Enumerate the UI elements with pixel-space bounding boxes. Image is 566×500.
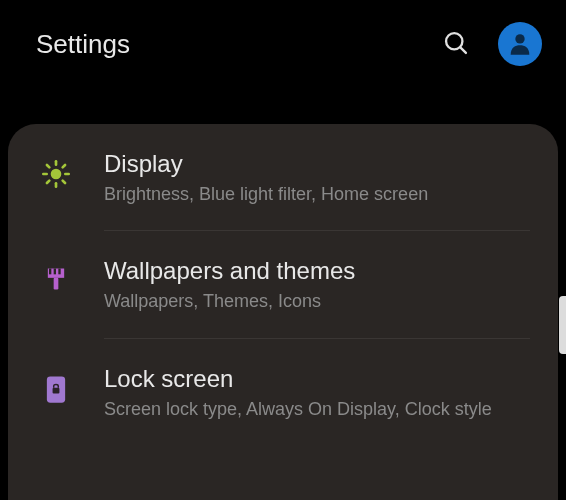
search-button[interactable]: [438, 25, 474, 64]
item-title: Lock screen: [104, 365, 530, 393]
header-bar: Settings: [0, 0, 566, 88]
svg-rect-18: [53, 387, 60, 393]
scroll-indicator[interactable]: [559, 296, 566, 354]
settings-item-lockscreen[interactable]: Lock screen Screen lock type, Always On …: [8, 339, 558, 445]
svg-line-11: [63, 165, 65, 167]
icon-slot: [36, 150, 76, 194]
svg-point-3: [51, 169, 62, 180]
text-slot: Display Brightness, Blue light filter, H…: [104, 150, 530, 206]
svg-line-8: [47, 165, 49, 167]
item-subtitle: Wallpapers, Themes, Icons: [104, 289, 530, 313]
item-subtitle: Screen lock type, Always On Display, Clo…: [104, 397, 530, 421]
search-icon: [442, 29, 470, 60]
icon-slot: [36, 257, 76, 297]
settings-card: Display Brightness, Blue light filter, H…: [8, 124, 558, 500]
svg-rect-14: [54, 269, 56, 275]
svg-rect-15: [58, 269, 60, 275]
item-subtitle: Brightness, Blue light filter, Home scre…: [104, 182, 530, 206]
header-actions: [438, 22, 542, 66]
settings-item-wallpapers[interactable]: Wallpapers and themes Wallpapers, Themes…: [8, 231, 558, 337]
item-title: Wallpapers and themes: [104, 257, 530, 285]
text-slot: Lock screen Screen lock type, Always On …: [104, 365, 530, 421]
svg-line-10: [47, 181, 49, 183]
brightness-icon: [40, 158, 72, 194]
lock-icon: [42, 373, 70, 409]
svg-rect-16: [54, 278, 59, 290]
page-title: Settings: [36, 29, 130, 60]
account-button[interactable]: [498, 22, 542, 66]
item-title: Display: [104, 150, 530, 178]
svg-point-2: [515, 34, 524, 43]
brush-icon: [42, 265, 70, 297]
svg-line-1: [460, 47, 466, 53]
text-slot: Wallpapers and themes Wallpapers, Themes…: [104, 257, 530, 313]
icon-slot: [36, 365, 76, 409]
svg-rect-13: [49, 269, 51, 275]
person-icon: [506, 29, 534, 60]
settings-item-display[interactable]: Display Brightness, Blue light filter, H…: [8, 124, 558, 230]
svg-line-9: [63, 181, 65, 183]
